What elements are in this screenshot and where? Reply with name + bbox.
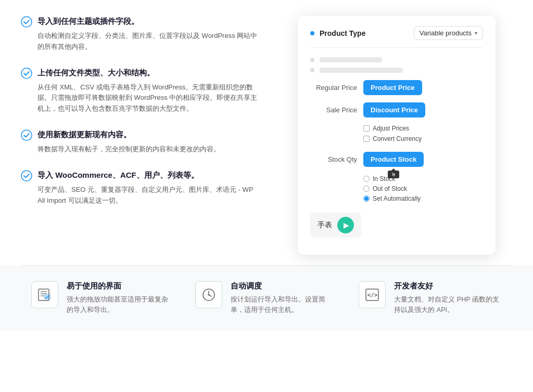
regular-price-label: Regular Price [310, 84, 357, 92]
out-of-stock-radio[interactable]: Out of Stock [363, 185, 483, 192]
features-list: 导入到任何主题或插件字段。 自动检测自定义字段、分类法、图片库、位置字段以及 W… [21, 16, 260, 255]
stock-section: Stock Qty Product Stock 🖱 In Stock [310, 152, 483, 202]
feature-title-4: 导入 WooCommerce、ACF、用户、列表等。 [37, 169, 199, 180]
in-stock-radio[interactable]: In Stock [363, 175, 483, 182]
sale-price-label: Sale Price [310, 106, 357, 114]
discount-price-button[interactable]: Discount Price [363, 102, 425, 117]
skeleton-rows [310, 57, 483, 73]
product-type-row: Product Type Variable products ▾ [310, 26, 483, 48]
video-label: 手表 [318, 220, 332, 230]
bottom-title-1: 易于使用的界面 [67, 281, 174, 291]
svg-point-3 [21, 171, 32, 181]
stock-radio-group: In Stock Out of Stock Set Automatically [310, 175, 483, 202]
svg-point-0 [21, 17, 32, 27]
bottom-section: 易于使用的界面 强大的拖放功能甚至适用于最复杂的导入和导出。 自动调度 按计划运… [0, 266, 533, 331]
feature-title-2: 上传任何文件类型、大小和结构。 [37, 67, 155, 78]
set-auto-radio-circle [363, 195, 370, 202]
convert-currency-item[interactable]: Convert Currency [363, 135, 483, 142]
stock-tooltip: 🖱 [388, 171, 399, 178]
feature-item-4: 导入 WooCommerce、ACF、用户、列表等。 可变产品、SEO 元、重复… [21, 169, 260, 206]
svg-point-1 [21, 68, 32, 79]
adjust-prices-item[interactable]: Adjust Prices [363, 125, 483, 132]
product-price-button[interactable]: Product Price [363, 80, 422, 95]
product-type-select[interactable]: Variable products ▾ [414, 26, 483, 40]
schedule-icon [201, 287, 217, 303]
feature-title-1: 导入到任何主题或插件字段。 [37, 16, 139, 27]
bottom-icon-box-2 [195, 281, 222, 308]
svg-point-12 [208, 294, 209, 296]
adjust-prices-checkbox[interactable] [363, 125, 370, 132]
stock-qty-label: Stock Qty [310, 155, 357, 163]
demo-card: Product Type Variable products ▾ [298, 16, 496, 255]
regular-price-row: Regular Price Product Price [310, 80, 483, 95]
svg-text:</>: </> [367, 292, 378, 298]
demo-area: Product Type Variable products ▾ [281, 16, 512, 255]
bottom-item-3: </> 开发者友好 大量文档、对自定义 PHP 函数的支持以及强大的 API。 [359, 281, 502, 315]
feature-desc-4: 可变产品、SEO 元、重复器字段、自定义用户元、图片库、术语元 - WP All… [21, 185, 260, 206]
bottom-item-1: 易于使用的界面 强大的拖放功能甚至适用于最复杂的导入和导出。 [31, 281, 174, 315]
bottom-title-2: 自动调度 [231, 281, 338, 291]
price-checkboxes: Adjust Prices Convert Currency [310, 125, 483, 142]
convert-currency-label: Convert Currency [373, 135, 422, 142]
bottom-text-2: 自动调度 按计划运行导入和导出。设置简单，适用于任何主机。 [231, 281, 338, 315]
skel-dot-2 [310, 68, 314, 72]
product-type-value: Variable products [420, 29, 472, 37]
bottom-text-3: 开发者友好 大量文档、对自定义 PHP 函数的支持以及强大的 API。 [394, 281, 502, 315]
bottom-text-1: 易于使用的界面 强大的拖放功能甚至适用于最复杂的导入和导出。 [67, 281, 174, 315]
product-type-label: Product Type [320, 29, 409, 37]
ui-icon [37, 287, 53, 303]
feature-item-1: 导入到任何主题或插件字段。 自动检测自定义字段、分类法、图片库、位置字段以及 W… [21, 16, 260, 53]
bottom-item-2: 自动调度 按计划运行导入和导出。设置简单，适用于任何主机。 [195, 281, 338, 315]
set-auto-radio[interactable]: Set Automatically [363, 195, 483, 202]
bottom-icon-box-3: </> [359, 281, 386, 308]
sale-price-row: Sale Price Discount Price [310, 102, 483, 117]
in-stock-radio-circle [363, 176, 370, 182]
check-icon-3 [21, 129, 32, 141]
feature-title-3: 使用新数据更新现有内容。 [37, 129, 131, 140]
check-icon-1 [21, 16, 32, 28]
feature-item-3: 使用新数据更新现有内容。 将数据导入现有帖子，完全控制更新的内容和未更改的内容。 [21, 129, 260, 155]
bottom-title-3: 开发者友好 [394, 281, 502, 291]
set-auto-label: Set Automatically [373, 195, 421, 202]
blue-dot [310, 31, 314, 35]
skel-line-2 [320, 68, 403, 73]
chevron-down-icon: ▾ [475, 30, 477, 36]
stock-main-row: Stock Qty Product Stock 🖱 [310, 152, 483, 167]
skeleton-row-2 [310, 68, 483, 73]
bottom-desc-1: 强大的拖放功能甚至适用于最复杂的导入和导出。 [67, 294, 174, 315]
product-stock-button[interactable]: Product Stock [363, 152, 424, 167]
skel-line-1 [320, 57, 382, 62]
video-bar: 手表 ▶ [310, 213, 361, 238]
check-icon-4 [21, 170, 32, 181]
bottom-icon-box-1 [31, 281, 58, 308]
feature-desc-2: 从任何 XML、CSV 或电子表格导入到 WordPress。无需重新组织您的数… [21, 82, 260, 114]
code-icon: </> [364, 287, 380, 303]
mapping-section: Regular Price Product Price Sale Price D… [310, 80, 483, 202]
adjust-prices-label: Adjust Prices [373, 125, 409, 132]
check-icon-2 [21, 68, 32, 79]
bottom-desc-2: 按计划运行导入和导出。设置简单，适用于任何主机。 [231, 294, 338, 315]
bottom-desc-3: 大量文档、对自定义 PHP 函数的支持以及强大的 API。 [394, 294, 502, 315]
feature-desc-1: 自动检测自定义字段、分类法、图片库、位置字段以及 WordPress 网站中的所… [21, 31, 260, 53]
feature-item-2: 上传任何文件类型、大小和结构。 从任何 XML、CSV 或电子表格导入到 Wor… [21, 67, 260, 114]
skel-dot-1 [310, 58, 314, 62]
stock-btn-wrapper: Product Stock 🖱 [363, 152, 424, 167]
out-of-stock-label: Out of Stock [373, 185, 407, 192]
out-of-stock-radio-circle [363, 186, 370, 192]
skeleton-row-1 [310, 57, 483, 62]
feature-desc-3: 将数据导入现有帖子，完全控制更新的内容和未更改的内容。 [21, 144, 260, 155]
play-button[interactable]: ▶ [337, 217, 354, 233]
svg-point-2 [21, 130, 32, 140]
play-icon: ▶ [344, 221, 349, 229]
convert-currency-checkbox[interactable] [363, 136, 370, 142]
